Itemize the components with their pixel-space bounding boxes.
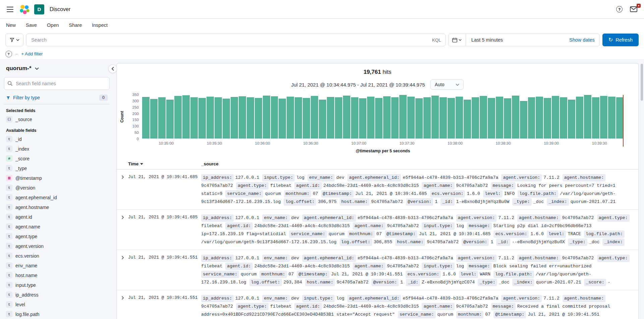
histogram-bar[interactable] bbox=[600, 96, 607, 139]
field-item-agent.hostname[interactable]: tagent.hostname bbox=[4, 202, 110, 212]
field-item-agent.version[interactable]: tagent.version bbox=[4, 241, 110, 251]
expand-row-button[interactable] bbox=[117, 214, 128, 246]
field-item-_score[interactable]: #_score bbox=[4, 154, 110, 163]
histogram-bar[interactable] bbox=[359, 98, 366, 139]
histogram-bar[interactable] bbox=[303, 98, 310, 139]
elastic-logo[interactable] bbox=[19, 4, 30, 14]
histogram-bar[interactable] bbox=[311, 96, 318, 139]
field-item-log.file.path[interactable]: tlog.file.path bbox=[4, 309, 110, 319]
histogram-bar[interactable] bbox=[431, 96, 439, 139]
field-item-agent.id[interactable]: tagent.id bbox=[4, 212, 110, 222]
histogram-bar[interactable] bbox=[255, 98, 262, 139]
collapse-sidebar-button[interactable] bbox=[108, 64, 117, 73]
histogram-bar[interactable] bbox=[528, 97, 535, 139]
menu-item-save[interactable]: Save bbox=[26, 22, 37, 28]
histogram-bar[interactable] bbox=[407, 97, 415, 139]
histogram-bar[interactable] bbox=[182, 95, 190, 139]
histogram-bar[interactable] bbox=[190, 97, 198, 139]
expand-row-button[interactable] bbox=[117, 174, 128, 206]
field-item-@version[interactable]: t@version bbox=[4, 183, 110, 193]
field-item-_id[interactable]: t_id bbox=[4, 134, 110, 144]
menu-item-new[interactable]: New bbox=[6, 22, 16, 28]
histogram-bar[interactable] bbox=[544, 98, 551, 139]
newsfeed-button[interactable] bbox=[629, 5, 639, 13]
histogram-bar[interactable] bbox=[142, 97, 150, 139]
histogram-bar[interactable] bbox=[464, 100, 471, 139]
histogram-bar[interactable] bbox=[247, 97, 254, 139]
histogram-bar[interactable] bbox=[391, 97, 399, 139]
histogram-bar[interactable] bbox=[343, 96, 350, 139]
field-item-_source[interactable]: {}_source bbox=[4, 114, 110, 124]
histogram-bar[interactable] bbox=[608, 97, 616, 139]
histogram-bar[interactable] bbox=[383, 96, 391, 139]
add-filter-link[interactable]: + Add filter bbox=[21, 51, 43, 56]
histogram-bar[interactable] bbox=[480, 96, 487, 139]
histogram-bar[interactable] bbox=[319, 100, 326, 139]
date-quick-select-button[interactable] bbox=[449, 34, 466, 46]
field-item-_index[interactable]: t_index bbox=[4, 144, 110, 154]
filter-by-type-button[interactable]: Filter by type 0 bbox=[4, 91, 110, 104]
histogram-bar[interactable] bbox=[158, 97, 166, 139]
search-input[interactable] bbox=[31, 37, 429, 43]
histogram-bar[interactable] bbox=[263, 96, 270, 139]
histogram-bar[interactable] bbox=[415, 98, 423, 139]
histogram-bar[interactable] bbox=[472, 97, 479, 139]
histogram-bar[interactable] bbox=[150, 99, 158, 139]
field-item-host.name[interactable]: thost.name bbox=[4, 270, 110, 280]
histogram-bar[interactable] bbox=[504, 98, 511, 139]
histogram-bar[interactable] bbox=[592, 97, 599, 139]
space-badge[interactable]: D bbox=[34, 4, 44, 14]
histogram-bar[interactable] bbox=[295, 97, 302, 139]
hamburger-menu-button[interactable] bbox=[5, 5, 15, 13]
histogram-bar[interactable] bbox=[488, 98, 495, 139]
show-dates-link[interactable]: Show dates bbox=[565, 37, 599, 43]
time-column-header[interactable]: Time bbox=[128, 161, 201, 166]
histogram-bar[interactable] bbox=[576, 97, 583, 139]
field-item-level[interactable]: tlevel bbox=[4, 300, 110, 309]
histogram-bar[interactable] bbox=[231, 97, 238, 139]
menu-item-share[interactable]: Share bbox=[69, 22, 82, 28]
histogram-bar[interactable] bbox=[520, 101, 527, 139]
histogram-bar[interactable] bbox=[166, 100, 174, 139]
index-pattern-switcher[interactable]: quorum-* bbox=[4, 62, 110, 74]
histogram-bar[interactable] bbox=[327, 97, 334, 139]
histogram-bar[interactable] bbox=[174, 96, 182, 139]
histogram-bar[interactable] bbox=[456, 97, 463, 139]
histogram-bar[interactable] bbox=[279, 99, 286, 139]
field-item-ecs.version[interactable]: tecs.version bbox=[4, 251, 110, 261]
histogram-bar[interactable] bbox=[198, 98, 206, 139]
help-button[interactable]: ? bbox=[615, 5, 624, 14]
histogram-bar[interactable] bbox=[448, 98, 455, 139]
histogram-bar[interactable] bbox=[351, 97, 358, 139]
field-item-env_name[interactable]: tenv_name bbox=[4, 261, 110, 270]
interval-select[interactable]: Auto bbox=[430, 79, 464, 90]
histogram-bar[interactable] bbox=[399, 95, 407, 139]
field-item-ip_address[interactable]: tip_address bbox=[4, 290, 110, 300]
expand-row-button[interactable] bbox=[117, 254, 128, 286]
field-item-@timestamp[interactable]: ▦@timestamp bbox=[4, 173, 110, 183]
histogram-bar[interactable] bbox=[536, 97, 543, 139]
filter-set-button[interactable] bbox=[5, 51, 12, 57]
histogram-bar[interactable] bbox=[223, 99, 230, 139]
field-item-agent.name[interactable]: tagent.name bbox=[4, 222, 110, 231]
histogram-bar[interactable] bbox=[552, 96, 559, 139]
histogram-bar[interactable] bbox=[375, 98, 383, 139]
field-item-agent.type[interactable]: tagent.type bbox=[4, 231, 110, 241]
histogram-bar[interactable] bbox=[215, 97, 222, 139]
histogram-bar[interactable] bbox=[367, 97, 374, 139]
field-search-input[interactable] bbox=[4, 77, 110, 90]
vertical-scrollbar-thumb[interactable] bbox=[641, 64, 643, 101]
histogram-bar[interactable] bbox=[560, 97, 567, 139]
histogram-bar[interactable] bbox=[496, 97, 503, 139]
field-item-agent.ephemeral_id[interactable]: tagent.ephemeral_id bbox=[4, 193, 110, 202]
histogram-bar[interactable] bbox=[584, 95, 591, 139]
histogram-bar[interactable] bbox=[568, 100, 575, 139]
menu-item-open[interactable]: Open bbox=[47, 22, 59, 28]
histogram-bar[interactable] bbox=[287, 97, 294, 139]
refresh-button[interactable]: ↻ Refresh bbox=[602, 34, 639, 46]
histogram-bar[interactable] bbox=[616, 97, 624, 139]
time-range-value[interactable]: Last 5 minutes bbox=[466, 37, 565, 43]
field-item-_type[interactable]: t_type bbox=[4, 163, 110, 173]
histogram-bar[interactable] bbox=[440, 97, 447, 139]
histogram-bar[interactable] bbox=[207, 97, 214, 139]
